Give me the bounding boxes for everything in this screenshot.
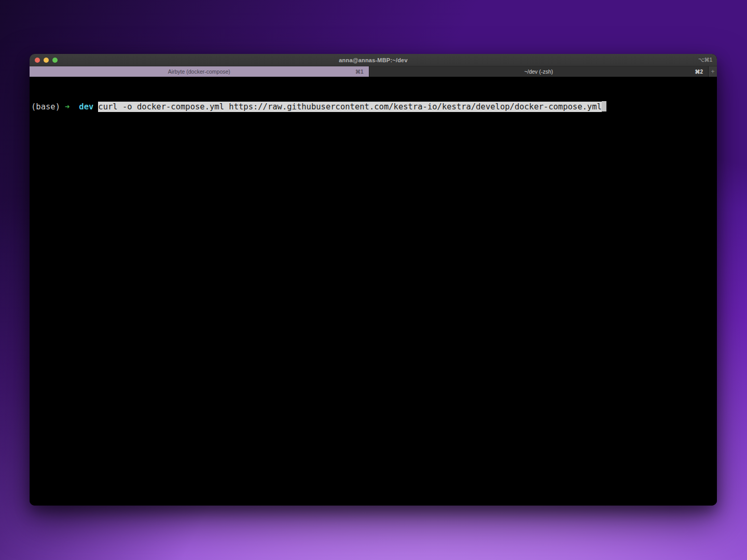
plus-icon: + bbox=[711, 68, 714, 75]
command-text-selected: curl -o docker-compose.yml https://raw.g… bbox=[98, 102, 602, 112]
prompt-directory: dev bbox=[79, 102, 93, 111]
minimize-button[interactable] bbox=[44, 58, 49, 63]
traffic-lights bbox=[35, 54, 58, 66]
zoom-button[interactable] bbox=[52, 58, 58, 63]
close-button[interactable] bbox=[35, 58, 40, 63]
tab-dev-zsh-shortcut: ⌘2 bbox=[695, 69, 703, 75]
terminal-line: (base)➜devcurl -o docker-compose.yml htt… bbox=[31, 101, 717, 113]
window-shortcut-label: ⌥⌘1 bbox=[698, 57, 712, 63]
desktop-background: { "titlebar": { "title": "anna@annas-MBP… bbox=[0, 0, 747, 560]
prompt-conda-env: (base) bbox=[31, 102, 60, 111]
prompt-arrow-icon: ➜ bbox=[65, 102, 70, 111]
terminal-window: anna@annas-MBP:~/dev ⌥⌘1 Airbyte (docker… bbox=[30, 54, 717, 506]
terminal-cursor bbox=[602, 101, 606, 111]
tab-bar: Airbyte (docker-compose) ⌘1 ~/dev (-zsh)… bbox=[30, 66, 717, 77]
tab-dev-zsh[interactable]: ~/dev (-zsh) ⌘2 bbox=[369, 66, 709, 77]
new-tab-button[interactable]: + bbox=[708, 66, 717, 77]
tab-airbyte[interactable]: Airbyte (docker-compose) ⌘1 bbox=[30, 66, 369, 77]
window-title: anna@annas-MBP:~/dev bbox=[339, 57, 407, 63]
tab-airbyte-shortcut: ⌘1 bbox=[355, 69, 364, 75]
terminal-content[interactable]: (base)➜devcurl -o docker-compose.yml htt… bbox=[30, 77, 717, 506]
window-titlebar[interactable]: anna@annas-MBP:~/dev ⌥⌘1 bbox=[30, 54, 717, 66]
tab-dev-zsh-label: ~/dev (-zsh) bbox=[524, 68, 553, 75]
tab-airbyte-label: Airbyte (docker-compose) bbox=[168, 68, 230, 75]
